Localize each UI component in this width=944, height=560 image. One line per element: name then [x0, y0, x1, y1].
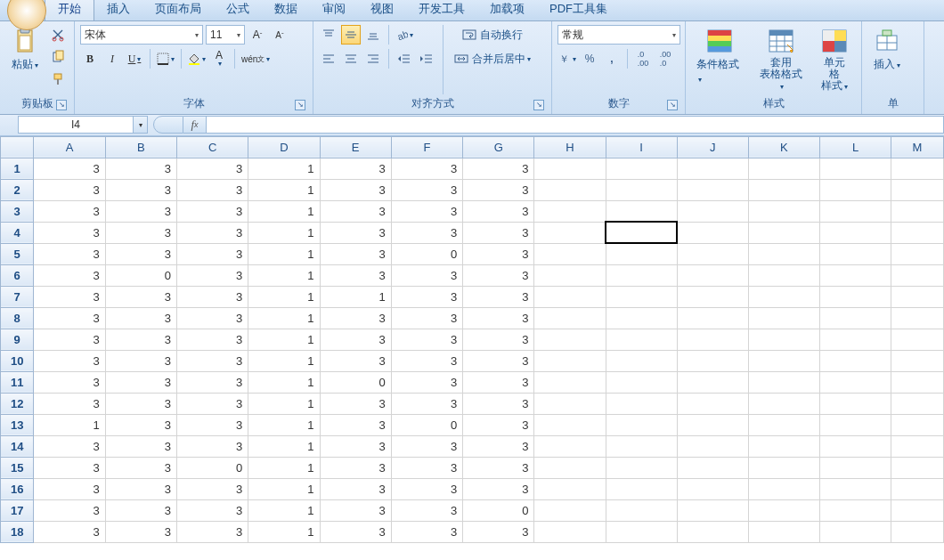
- cell-H15[interactable]: [534, 457, 606, 478]
- row-header-14[interactable]: 14: [1, 435, 34, 457]
- cell-G10[interactable]: 3: [463, 350, 534, 371]
- cell-A4[interactable]: 3: [34, 222, 105, 243]
- cell-I4[interactable]: [606, 222, 677, 243]
- fx-button[interactable]: fx: [183, 116, 207, 134]
- cell-F4[interactable]: 3: [391, 222, 462, 243]
- row-header-18[interactable]: 18: [1, 521, 34, 542]
- cell-L5[interactable]: [819, 243, 891, 264]
- cell-B13[interactable]: 3: [105, 414, 176, 435]
- cell-L3[interactable]: [819, 200, 891, 222]
- cell-H4[interactable]: [534, 222, 606, 243]
- cell-I6[interactable]: [606, 264, 677, 286]
- cell-A3[interactable]: 3: [34, 200, 105, 222]
- cell-M15[interactable]: [891, 457, 944, 478]
- cell-I17[interactable]: [606, 499, 677, 521]
- bold-button[interactable]: B: [80, 49, 100, 69]
- font-color-button[interactable]: A: [209, 49, 229, 69]
- align-left[interactable]: [319, 49, 338, 69]
- cell-H8[interactable]: [534, 307, 606, 329]
- cell-K10[interactable]: [748, 350, 819, 371]
- cell-L2[interactable]: [819, 179, 891, 200]
- cell-G11[interactable]: 3: [463, 371, 534, 393]
- cell-D7[interactable]: 1: [248, 286, 320, 307]
- cell-F14[interactable]: 3: [391, 435, 462, 457]
- col-header-A[interactable]: A: [34, 136, 105, 158]
- fill-color-button[interactable]: [187, 49, 207, 69]
- cell-D15[interactable]: 1: [248, 457, 320, 478]
- cell-M14[interactable]: [891, 435, 944, 457]
- col-header-F[interactable]: F: [391, 136, 462, 158]
- cell-C7[interactable]: 3: [176, 286, 248, 307]
- increase-decimal[interactable]: .0.00: [633, 49, 653, 69]
- cell-A5[interactable]: 3: [34, 243, 105, 264]
- cell-K13[interactable]: [748, 414, 819, 435]
- cell-A2[interactable]: 3: [34, 179, 105, 200]
- paste-button[interactable]: 粘贴▾: [5, 25, 45, 74]
- cell-J5[interactable]: [677, 243, 748, 264]
- comma-format[interactable]: ,: [602, 49, 622, 69]
- row-header-15[interactable]: 15: [1, 457, 34, 478]
- cell-F18[interactable]: 3: [391, 521, 462, 542]
- cell-E2[interactable]: 3: [320, 179, 391, 200]
- cell-D12[interactable]: 1: [248, 393, 320, 414]
- cell-K6[interactable]: [748, 264, 819, 286]
- cell-H16[interactable]: [534, 478, 606, 499]
- cell-C5[interactable]: 3: [176, 243, 248, 264]
- cell-I1[interactable]: [606, 158, 677, 179]
- cell-C9[interactable]: 3: [176, 329, 248, 350]
- col-header-K[interactable]: K: [748, 136, 819, 158]
- name-box-dropdown[interactable]: ▾: [134, 116, 148, 134]
- cell-H13[interactable]: [534, 414, 606, 435]
- cell-F8[interactable]: 3: [391, 307, 462, 329]
- cell-E12[interactable]: 3: [320, 393, 391, 414]
- cell-J12[interactable]: [677, 393, 748, 414]
- cell-J4[interactable]: [677, 222, 748, 243]
- cell-A11[interactable]: 3: [34, 371, 105, 393]
- col-header-H[interactable]: H: [534, 136, 606, 158]
- cell-H1[interactable]: [534, 158, 606, 179]
- cell-C13[interactable]: 3: [176, 414, 248, 435]
- cell-H12[interactable]: [534, 393, 606, 414]
- cell-F5[interactable]: 0: [391, 243, 462, 264]
- cell-B4[interactable]: 3: [105, 222, 176, 243]
- row-header-1[interactable]: 1: [1, 158, 34, 179]
- cell-D13[interactable]: 1: [248, 414, 320, 435]
- cell-B12[interactable]: 3: [105, 393, 176, 414]
- cell-D18[interactable]: 1: [248, 521, 320, 542]
- cell-F2[interactable]: 3: [391, 179, 462, 200]
- cell-D1[interactable]: 1: [248, 158, 320, 179]
- increase-font-button[interactable]: Aˆ: [248, 25, 267, 45]
- cell-M6[interactable]: [891, 264, 944, 286]
- cell-A1[interactable]: 3: [34, 158, 105, 179]
- cell-C12[interactable]: 3: [176, 393, 248, 414]
- cell-I12[interactable]: [606, 393, 677, 414]
- cell-L9[interactable]: [819, 329, 891, 350]
- row-header-2[interactable]: 2: [1, 179, 34, 200]
- cell-E11[interactable]: 0: [320, 371, 391, 393]
- row-header-7[interactable]: 7: [1, 286, 34, 307]
- formula-input[interactable]: [207, 116, 944, 134]
- cell-J17[interactable]: [677, 499, 748, 521]
- cell-E9[interactable]: 3: [320, 329, 391, 350]
- cell-C2[interactable]: 3: [176, 179, 248, 200]
- cell-B7[interactable]: 3: [105, 286, 176, 307]
- cell-J13[interactable]: [677, 414, 748, 435]
- merge-center-button[interactable]: 合并后居中: [450, 49, 535, 69]
- cell-F11[interactable]: 3: [391, 371, 462, 393]
- cell-H2[interactable]: [534, 179, 606, 200]
- cell-E18[interactable]: 3: [320, 521, 391, 542]
- cell-B9[interactable]: 3: [105, 329, 176, 350]
- cell-B2[interactable]: 3: [105, 179, 176, 200]
- phonetic-button[interactable]: wén文: [240, 49, 271, 69]
- cell-M17[interactable]: [891, 499, 944, 521]
- name-box[interactable]: I4: [18, 116, 134, 134]
- cell-C17[interactable]: 3: [176, 499, 248, 521]
- cell-L12[interactable]: [819, 393, 891, 414]
- cell-E10[interactable]: 3: [320, 350, 391, 371]
- cell-E8[interactable]: 3: [320, 307, 391, 329]
- cell-B18[interactable]: 3: [105, 521, 176, 542]
- row-header-10[interactable]: 10: [1, 350, 34, 371]
- cell-A18[interactable]: 3: [34, 521, 105, 542]
- cell-J16[interactable]: [677, 478, 748, 499]
- cell-L6[interactable]: [819, 264, 891, 286]
